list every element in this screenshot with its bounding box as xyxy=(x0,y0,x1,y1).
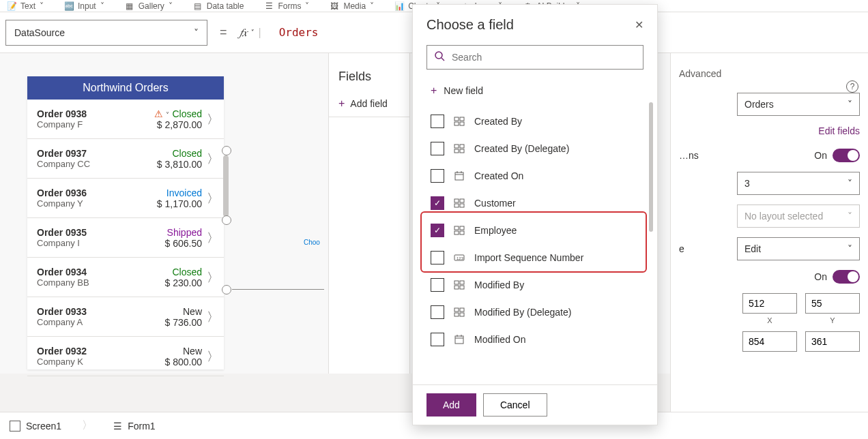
y-position-input[interactable] xyxy=(805,293,860,314)
add-field-button[interactable]: + Add field xyxy=(329,91,409,117)
snap-columns-toggle[interactable] xyxy=(833,149,860,162)
svg-rect-4 xyxy=(454,122,459,125)
order-status: ⚠˅Closed xyxy=(154,108,202,119)
columns-select[interactable]: 3˅ xyxy=(737,172,860,195)
media-icon: 🖼 xyxy=(330,1,339,11)
orders-gallery[interactable]: Northwind Orders Order 0938Company F ⚠˅C… xyxy=(27,76,224,369)
svg-rect-32 xyxy=(455,336,463,344)
field-item[interactable]: Created By xyxy=(422,108,648,135)
lookup-icon xyxy=(452,224,466,237)
chevron-right-icon: 〉 xyxy=(206,309,220,325)
field-label: Modified By (Delegate) xyxy=(474,307,571,318)
order-amount: $ 800.00 xyxy=(165,357,203,367)
svg-rect-2 xyxy=(454,117,459,121)
cancel-button[interactable]: Cancel xyxy=(483,393,547,417)
chevron-right-icon: 〉 xyxy=(206,151,220,167)
checkbox[interactable] xyxy=(431,251,444,264)
checkbox[interactable] xyxy=(431,278,444,292)
order-row[interactable]: Order 0932Company K New$ 800.00 〉 xyxy=(27,337,224,376)
canvas-hint-text: Choo xyxy=(304,239,320,246)
svg-rect-24 xyxy=(454,281,459,284)
chevron-down-icon: ˅ xyxy=(848,211,852,222)
datasource-select[interactable]: Orders˅ xyxy=(737,93,860,116)
visible-toggle[interactable] xyxy=(833,270,860,284)
field-item[interactable]: Modified On xyxy=(422,326,648,353)
order-row[interactable]: Order 0935Company I Shipped$ 606.50 〉 xyxy=(27,218,224,258)
ribbon-input[interactable]: 🔤Input ˅ xyxy=(64,1,104,11)
field-label: Import Sequence Number xyxy=(474,252,583,263)
lookup-icon xyxy=(452,115,466,128)
order-row[interactable]: Order 0934Company BB Closed$ 230.00 〉 xyxy=(27,258,224,297)
height-input[interactable] xyxy=(805,331,860,352)
field-item[interactable]: Created By (Delegate) xyxy=(422,135,648,162)
gallery-scrollbar[interactable] xyxy=(223,155,229,217)
gallery-header: Northwind Orders xyxy=(27,76,224,100)
tab-advanced[interactable]: Advanced xyxy=(679,61,860,79)
field-label: Created On xyxy=(474,170,523,181)
resize-handle[interactable] xyxy=(222,215,231,225)
property-selector[interactable]: DataSource ˅ xyxy=(5,20,207,46)
svg-rect-6 xyxy=(454,145,459,148)
fx-label[interactable]: 𝑓𝑥 ˅ xyxy=(240,27,253,39)
order-row[interactable]: Order 0933Company A New$ 736.00 〉 xyxy=(27,297,224,337)
breadcrumb-screen[interactable]: Screen1 xyxy=(10,421,61,432)
x-position-input[interactable] xyxy=(742,293,797,314)
order-row[interactable]: Order 0937Company CC Closed$ 3,810.00 〉 xyxy=(27,139,224,179)
breadcrumb-form[interactable]: ☰ Form1 xyxy=(113,421,155,432)
checkbox[interactable] xyxy=(431,142,444,155)
default-mode-select[interactable]: Edit˅ xyxy=(737,237,860,260)
ribbon-text[interactable]: 📝Text ˅ xyxy=(7,1,44,11)
gallery-icon: ▦ xyxy=(125,1,134,11)
ribbon-gallery[interactable]: ▦Gallery ˅ xyxy=(125,1,173,11)
lookup-icon xyxy=(452,196,466,210)
prop-label: e xyxy=(679,243,684,254)
formula-input[interactable]: Orders xyxy=(267,26,319,39)
field-item[interactable]: Modified By (Delegate) xyxy=(422,299,648,326)
checkbox[interactable] xyxy=(431,169,444,183)
order-status: New xyxy=(165,306,203,317)
order-id: Order 0933 xyxy=(37,306,165,317)
ribbon-media[interactable]: 🖼Media ˅ xyxy=(330,1,374,11)
search-input[interactable] xyxy=(452,52,636,63)
checkbox[interactable] xyxy=(431,333,444,346)
checkbox[interactable]: ✓ xyxy=(431,196,444,210)
order-row[interactable]: Order 0938Company F ⚠˅Closed$ 2,870.00 〉 xyxy=(27,100,224,139)
field-item[interactable]: 123 Import Sequence Number xyxy=(422,244,648,271)
ribbon-datatable[interactable]: ▤Data table xyxy=(193,1,244,11)
field-label: Customer xyxy=(474,198,516,209)
order-id: Order 0934 xyxy=(37,267,165,277)
screen-icon xyxy=(10,421,20,432)
svg-rect-27 xyxy=(460,286,464,289)
svg-point-0 xyxy=(435,52,442,59)
field-item[interactable]: Created On xyxy=(422,162,648,190)
field-search[interactable] xyxy=(426,45,643,70)
edit-fields-link[interactable]: Edit fields xyxy=(679,125,860,136)
checkbox[interactable] xyxy=(431,115,444,128)
prop-label: …ns xyxy=(679,150,699,161)
chevron-down-icon: ˅ xyxy=(848,243,852,254)
order-status: Shipped xyxy=(165,227,203,238)
field-list-scrollbar[interactable] xyxy=(649,102,653,232)
field-item[interactable]: ✓ Employee xyxy=(422,217,648,244)
svg-rect-14 xyxy=(454,199,459,202)
close-icon[interactable]: ✕ xyxy=(635,18,643,31)
checkbox[interactable] xyxy=(431,305,444,319)
checkbox[interactable]: ✓ xyxy=(431,224,444,237)
order-row[interactable]: Order 0936Company Y Invoiced$ 1,170.00 〉 xyxy=(27,179,224,218)
svg-rect-21 xyxy=(460,231,464,234)
field-item[interactable]: ✓ Customer xyxy=(422,190,648,217)
chevron-down-icon: ˅ xyxy=(166,111,169,119)
order-amount: $ 736.00 xyxy=(165,317,203,328)
add-button[interactable]: Add xyxy=(426,393,476,417)
field-item[interactable]: Modified By xyxy=(422,271,648,299)
new-field-button[interactable]: + New field xyxy=(413,79,657,102)
info-icon[interactable]: ? xyxy=(846,80,858,93)
order-company: Company F xyxy=(37,119,154,130)
resize-handle[interactable] xyxy=(222,146,231,155)
order-status: Invoiced xyxy=(157,187,202,198)
resize-handle[interactable] xyxy=(222,285,231,294)
ribbon-forms[interactable]: ☰Forms ˅ xyxy=(264,1,309,11)
choose-field-modal: Choose a field ✕ + New field Created By … xyxy=(412,4,658,425)
chevron-right-icon: 〉 xyxy=(206,230,220,246)
width-input[interactable] xyxy=(742,331,797,352)
